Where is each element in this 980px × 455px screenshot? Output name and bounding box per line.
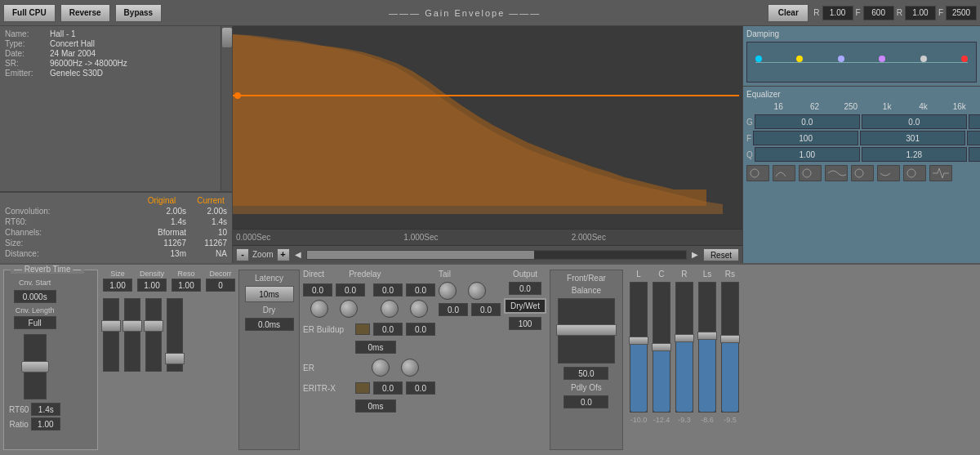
fader-rs-track[interactable]	[721, 282, 739, 413]
filter-btn-5[interactable]	[851, 165, 874, 181]
balance-fader-thumb[interactable]	[556, 324, 617, 336]
zoom-track[interactable]	[306, 250, 687, 260]
fader-rs-thumb[interactable]	[720, 335, 740, 343]
decorr-fader[interactable]	[167, 298, 183, 372]
size-fader-thumb[interactable]	[101, 320, 121, 332]
eritrx-icon[interactable]	[355, 382, 370, 394]
direct-input-1[interactable]	[303, 283, 332, 297]
fader-c-thumb[interactable]	[652, 343, 671, 351]
damp-node-3[interactable]	[838, 56, 844, 62]
ratio-input[interactable]	[31, 417, 60, 430]
eq-f0[interactable]	[753, 131, 858, 145]
filter-btn-3[interactable]	[799, 165, 822, 181]
tail-input-2[interactable]	[471, 303, 501, 316]
predelay-knob-2[interactable]	[410, 300, 428, 318]
er-buildup-icon[interactable]	[355, 323, 370, 335]
main-fader-track[interactable]	[24, 334, 47, 399]
eq-q0[interactable]	[755, 147, 860, 162]
predelay-input-1[interactable]	[373, 283, 403, 297]
fader-c-track[interactable]	[653, 282, 670, 413]
filter-btn-8[interactable]	[929, 165, 952, 181]
damp-node-1[interactable]	[755, 56, 762, 62]
waveform-area[interactable]	[233, 26, 742, 229]
density-input[interactable]	[137, 279, 167, 292]
fader-ls-thumb[interactable]	[697, 332, 717, 340]
filter-btn-2[interactable]	[773, 165, 795, 181]
eq-q1[interactable]	[862, 147, 967, 162]
fader-c-val: -12.4	[653, 416, 670, 424]
r2-input[interactable]	[905, 6, 936, 20]
balance-fader[interactable]	[558, 298, 615, 364]
decorr-fader-thumb[interactable]	[165, 353, 185, 364]
filter-btn-6[interactable]	[877, 165, 900, 181]
distance-key: Distance:	[5, 249, 145, 258]
tail-knob-2[interactable]	[468, 282, 486, 300]
scroll-right-arrow[interactable]: ▶	[690, 250, 700, 259]
rt60-bottom-input[interactable]	[31, 403, 60, 416]
fader-r-thumb[interactable]	[675, 334, 694, 342]
zoom-plus-button[interactable]: +	[277, 248, 290, 261]
eq-g2[interactable]	[969, 114, 980, 129]
eritrx-input-2[interactable]	[406, 381, 435, 395]
er-buildup-input-2[interactable]	[406, 323, 435, 336]
tail-input-1[interactable]	[439, 303, 468, 316]
cnv-length-input[interactable]	[14, 316, 56, 329]
tail-knob-1[interactable]	[439, 282, 457, 300]
reverse-button[interactable]: Reverse	[60, 4, 110, 22]
decorr-input[interactable]	[206, 279, 235, 292]
filter-btn-4[interactable]	[825, 165, 848, 181]
er-buildup-input-1[interactable]	[373, 323, 403, 336]
drywet-input[interactable]	[509, 317, 541, 330]
eq-g0[interactable]	[755, 114, 860, 129]
eritrx-ms-input[interactable]	[355, 399, 396, 413]
f1-input[interactable]	[863, 6, 894, 20]
damp-node-5[interactable]	[920, 56, 927, 62]
output-input[interactable]	[509, 282, 541, 295]
er-buildup-ms-input[interactable]	[355, 341, 396, 354]
density-fader-thumb[interactable]	[122, 320, 142, 332]
fader-l-val: -10.0	[630, 416, 648, 424]
eq-q2[interactable]	[969, 147, 980, 162]
direct-knob-2[interactable]	[340, 300, 358, 318]
eq-g1[interactable]	[862, 114, 967, 129]
size-fader[interactable]	[103, 298, 119, 372]
r1-input[interactable]	[822, 6, 853, 20]
reso-fader-thumb[interactable]	[144, 320, 163, 332]
er-knob-1[interactable]	[372, 359, 390, 377]
predelay-knob-1[interactable]	[381, 300, 399, 318]
density-fader[interactable]	[124, 298, 140, 372]
clear-button[interactable]: Clear	[768, 4, 808, 22]
damp-node-6[interactable]	[961, 56, 968, 62]
eritrx-input-1[interactable]	[373, 381, 403, 395]
drywet-button[interactable]: Dry/Wet	[504, 298, 546, 314]
er-knob-2[interactable]	[401, 359, 419, 377]
bypass-button[interactable]: Bypass	[115, 4, 163, 22]
dry-input[interactable]	[245, 318, 294, 331]
balance-input[interactable]	[564, 367, 608, 380]
cnv-start-input[interactable]	[14, 290, 56, 303]
full-cpu-button[interactable]: Full CPU	[3, 4, 56, 22]
fader-l-track[interactable]	[630, 282, 648, 413]
eq-f2[interactable]	[967, 131, 980, 145]
fader-r-track[interactable]	[675, 282, 693, 413]
filter-btn-1[interactable]	[746, 165, 769, 181]
pdly-input[interactable]	[564, 395, 608, 408]
reso-fader[interactable]	[145, 298, 162, 372]
latency-10ms-button[interactable]: 10ms	[245, 286, 294, 302]
fader-ls-track[interactable]	[698, 282, 716, 413]
filter-btn-7[interactable]	[903, 165, 926, 181]
eq-f1[interactable]	[860, 131, 965, 145]
zoom-minus-button[interactable]: -	[236, 248, 249, 261]
direct-input-2[interactable]	[336, 283, 365, 297]
main-fader-thumb[interactable]	[21, 361, 49, 372]
reset-button[interactable]: Reset	[703, 248, 739, 261]
direct-knob-1[interactable]	[310, 300, 328, 318]
f2-input[interactable]	[946, 6, 977, 20]
damp-node-4[interactable]	[879, 56, 885, 62]
reso-input[interactable]	[172, 279, 201, 292]
scroll-left-arrow[interactable]: ◀	[293, 250, 303, 259]
predelay-input-2[interactable]	[406, 283, 435, 297]
fader-l-thumb[interactable]	[629, 337, 648, 345]
damp-node-2[interactable]	[796, 56, 803, 62]
size-input[interactable]	[103, 279, 132, 292]
